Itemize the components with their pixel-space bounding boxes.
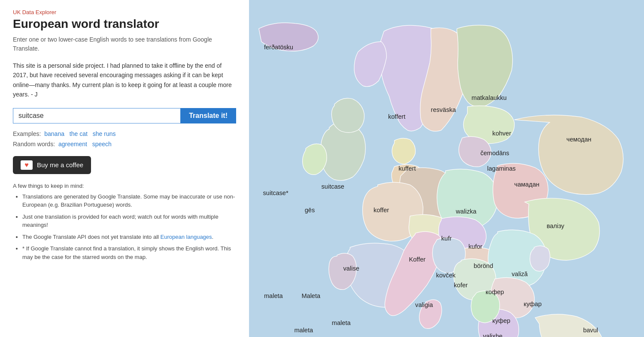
- note-item-3: The Google Translate API does not yet tr…: [22, 233, 236, 241]
- subtitle: Enter one or two lower-case English word…: [13, 35, 236, 53]
- notes-list: Translations are generated by Google Tra…: [13, 193, 236, 262]
- note-item-2: Just one translation is provided for eac…: [22, 213, 236, 229]
- europe-map: ferðatösku matkalaukku resväska koffert …: [249, 0, 644, 337]
- examples-row: Examples: banana the cat she runs: [13, 130, 236, 137]
- translate-form: Translate it!: [13, 108, 236, 123]
- random-label: Random words:: [13, 141, 55, 147]
- notes-title: A few things to keep in mind:: [13, 183, 236, 189]
- page-title: European word translator: [13, 17, 236, 31]
- european-languages-link[interactable]: European languages: [161, 234, 212, 240]
- buy-coffee-button[interactable]: ♥ Buy me a coffee: [13, 156, 91, 174]
- left-panel: UK Data Explorer European word translato…: [0, 0, 249, 337]
- coffee-label: Buy me a coffee: [37, 161, 83, 168]
- note-item-1: Translations are generated by Google Tra…: [22, 193, 236, 209]
- map-panel: ferðatösku matkalaukku resväska koffert …: [249, 0, 644, 337]
- notes-section: A few things to keep in mind: Translatio…: [13, 183, 236, 262]
- search-input[interactable]: [13, 108, 180, 123]
- example-banana[interactable]: banana: [44, 130, 64, 137]
- coffee-icon: ♥: [21, 160, 33, 170]
- random-agreement[interactable]: agreement: [58, 141, 87, 147]
- example-she-runs[interactable]: she runs: [93, 130, 116, 137]
- examples-label: Examples:: [13, 130, 41, 137]
- example-the-cat[interactable]: the cat: [70, 130, 88, 137]
- random-speech[interactable]: speech: [92, 141, 112, 147]
- translate-button[interactable]: Translate it!: [180, 108, 236, 123]
- note-text-4: * If Google Translate cannot find a tran…: [22, 245, 231, 260]
- note-item-4: * If Google Translate cannot find a tran…: [22, 244, 236, 261]
- brand-link[interactable]: UK Data Explorer: [13, 9, 56, 15]
- note-text-1: Translations are generated by Google Tra…: [22, 193, 235, 208]
- note-text-3: The Google Translate API does not yet tr…: [22, 234, 213, 240]
- random-row: Random words: agreement speech: [13, 141, 236, 147]
- note-text-2: Just one translation is provided for eac…: [22, 214, 219, 229]
- description: This site is a personal side project. I …: [13, 61, 236, 99]
- heart-icon: ♥: [24, 161, 29, 169]
